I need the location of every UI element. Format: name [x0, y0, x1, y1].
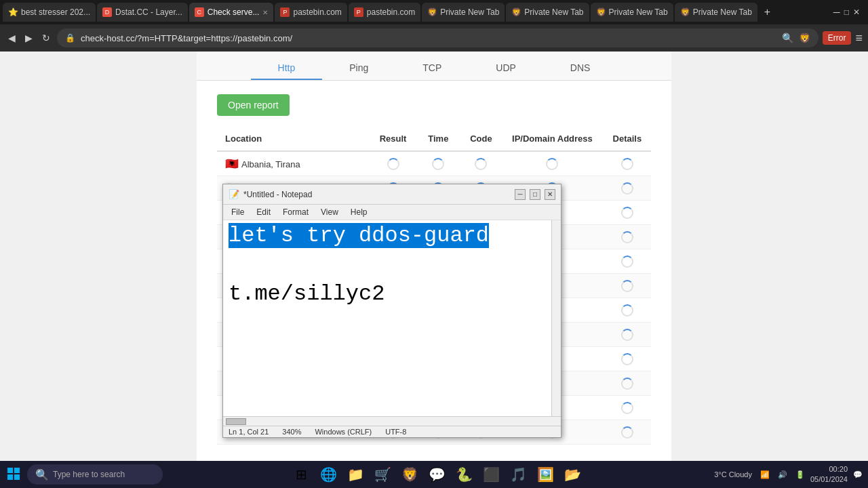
svg-rect-0 [7, 468, 13, 473]
notepad-encoding: UTF-8 [385, 428, 406, 436]
back-button[interactable]: ◀ [5, 30, 18, 46]
taskbar-search-text: Type here to search [53, 470, 125, 479]
tab-4-title: pastebin.com [293, 7, 341, 17]
notepad-menu-edit[interactable]: Edit [251, 206, 276, 218]
notepad-selected-text: let's try ddos-guard [229, 223, 489, 248]
tab-1-favicon: ⭐ [8, 7, 18, 17]
taskbar-brave-icon[interactable]: 🦁 [397, 462, 423, 487]
sub-nav-ping[interactable]: Ping [322, 57, 395, 80]
notepad-menu-file[interactable]: File [226, 206, 250, 218]
col-result: Result [370, 127, 416, 151]
sub-nav-udp[interactable]: UDP [469, 57, 543, 80]
taskbar-view-icon[interactable]: ⊞ [289, 462, 315, 487]
taskbar-edge-icon[interactable]: 🌐 [316, 462, 342, 487]
taskbar-photos-icon[interactable]: 🖼️ [533, 462, 559, 487]
shield-icon: 🦁 [799, 33, 810, 43]
search-icon[interactable]: 🔍 [782, 33, 793, 43]
tray-notification-icon[interactable]: 💬 [850, 470, 865, 479]
start-button[interactable] [3, 464, 24, 485]
tray-volume-icon[interactable]: 🔊 [775, 470, 790, 479]
col-details: Details [604, 127, 651, 151]
address-text: check-host.cc/?m=HTTP&target=https://pas… [81, 33, 776, 43]
minimize-button[interactable]: ─ [833, 7, 840, 18]
tab-3-active[interactable]: C Check serve... ✕ [189, 3, 274, 22]
table-row: 🇦🇱Albania, Tirana [217, 151, 651, 176]
tab-4[interactable]: P pastebin.com [275, 3, 347, 22]
tab-8[interactable]: 🦁 Private New Tab [591, 3, 673, 22]
window-controls: ─ □ ✕ [833, 7, 865, 18]
taskbar-pinned-apps: ⊞ 🌐 📁 🛒 🦁 💬 🐍 ⬛ 🎵 🖼️ 📂 [165, 462, 709, 487]
sub-nav-tcp[interactable]: TCP [395, 57, 469, 80]
notepad-statusbar: Ln 1, Col 21 340% Windows (CRLF) UTF-8 [223, 426, 561, 437]
tab-9-title: Private New Tab [693, 7, 752, 17]
taskbar-folder-icon[interactable]: 📂 [560, 462, 586, 487]
tab-9[interactable]: 🦁 Private New Tab [675, 3, 757, 22]
row-0-result [370, 151, 416, 176]
tab-2[interactable]: D Dstat.CC - Layer... [97, 3, 188, 22]
taskbar-tray: 3°C Cloudy 📶 🔊 🔋 00:20 05/01/2024 💬 [711, 464, 865, 485]
row-4-details [604, 249, 651, 274]
refresh-button[interactable]: ↻ [39, 30, 53, 46]
sub-nav-dns[interactable]: DNS [543, 57, 618, 80]
svg-rect-2 [7, 474, 13, 480]
tab-8-favicon: 🦁 [596, 7, 606, 17]
forward-button[interactable]: ▶ [22, 30, 35, 46]
tray-battery-icon[interactable]: 🔋 [793, 470, 808, 479]
row-0-time [416, 151, 460, 176]
taskbar-discord-icon[interactable]: 💬 [425, 462, 450, 487]
tab-3-close[interactable]: ✕ [262, 9, 268, 16]
tray-datetime[interactable]: 00:20 05/01/2024 [810, 464, 848, 485]
tray-network-icon[interactable]: 📶 [757, 470, 772, 479]
taskbar-store-icon[interactable]: 🛒 [370, 462, 396, 487]
notepad-titlebar: 📝 *Untitled - Notepad ─ □ ✕ [223, 184, 561, 205]
tab-6[interactable]: 🦁 Private New Tab [422, 3, 505, 22]
notepad-maximize[interactable]: □ [530, 189, 540, 200]
open-report-button[interactable]: Open report [217, 94, 290, 116]
taskbar-search-bar[interactable]: 🔍 Type here to search [27, 464, 163, 485]
tab-5-favicon: P [354, 7, 363, 17]
tray-weather[interactable]: 3°C Cloudy [711, 470, 755, 479]
tab-1-title: best stresser 202... [21, 7, 90, 17]
svg-rect-3 [14, 474, 20, 480]
page-content: Http Ping TCP UDP DNS Open report Locati… [0, 52, 868, 464]
taskbar-cmd-icon[interactable]: ⬛ [479, 462, 505, 487]
taskbar-explorer-icon[interactable]: 📁 [343, 462, 369, 487]
row-2-details [604, 201, 651, 225]
sub-nav-http[interactable]: Http [251, 57, 323, 80]
tab-5[interactable]: P pastebin.com [349, 3, 420, 22]
address-bar[interactable]: 🔒 check-host.cc/?m=HTTP&target=https://p… [57, 28, 818, 47]
col-ip: IP/Domain Address [501, 127, 604, 151]
notepad-menu-help[interactable]: Help [345, 206, 373, 218]
new-tab-button[interactable]: + [759, 6, 776, 18]
menu-button[interactable]: ≡ [855, 31, 863, 45]
tab-7[interactable]: 🦁 Private New Tab [506, 3, 589, 22]
sub-navigation: Http Ping TCP UDP DNS [197, 52, 671, 81]
row-0-details [604, 151, 651, 176]
error-badge[interactable]: Error [823, 31, 852, 45]
row-0-code [461, 151, 502, 176]
tab-9-favicon: 🦁 [680, 7, 690, 17]
close-button[interactable]: ✕ [853, 7, 860, 18]
tray-date-display: 05/01/2024 [810, 474, 848, 485]
tab-8-title: Private New Tab [609, 7, 668, 17]
notepad-link-text: t.me/sillyc2 [229, 281, 555, 306]
maximize-button[interactable]: □ [844, 7, 849, 18]
notepad-menu-format[interactable]: Format [277, 206, 314, 218]
row-1-details [604, 176, 651, 201]
taskbar-spotify-icon[interactable]: 🎵 [506, 462, 532, 487]
notepad-menu-view[interactable]: View [315, 206, 344, 218]
taskbar-python-icon[interactable]: 🐍 [452, 462, 477, 487]
row-0-ip [501, 151, 604, 176]
tab-3-title: Check serve... [208, 7, 260, 17]
tab-3-favicon: C [195, 7, 204, 17]
tray-time-display: 00:20 [810, 464, 848, 474]
notepad-minimize[interactable]: ─ [515, 189, 526, 200]
tab-7-title: Private New Tab [524, 7, 583, 17]
notepad-scrollbar-horizontal[interactable] [223, 416, 561, 426]
notepad-scrollbar-vertical[interactable] [551, 220, 561, 416]
tab-2-title: Dstat.CC - Layer... [115, 7, 182, 17]
notepad-text-area[interactable]: let's try ddos-guard t.me/sillyc2 [223, 220, 561, 416]
tab-4-favicon: P [280, 7, 290, 17]
tab-1[interactable]: ⭐ best stresser 202... [3, 3, 96, 22]
notepad-close[interactable]: ✕ [545, 189, 555, 200]
